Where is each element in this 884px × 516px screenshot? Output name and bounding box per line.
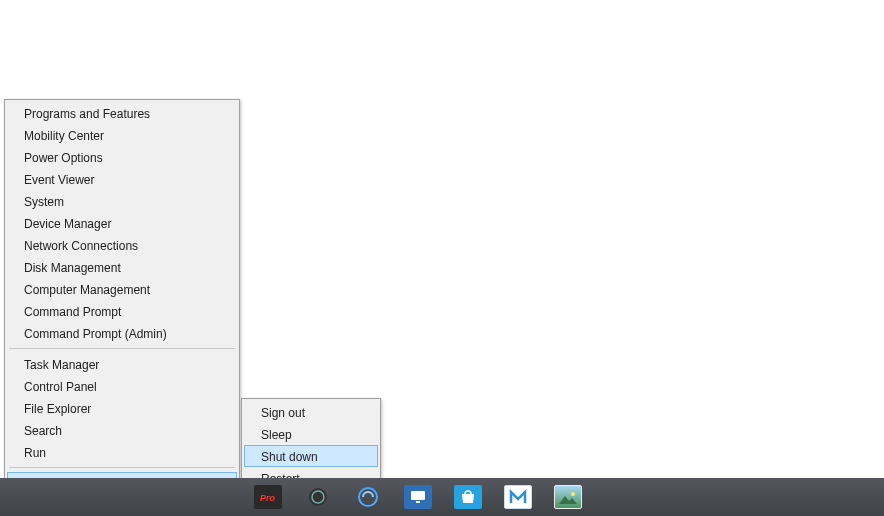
svg-point-3 [359, 488, 377, 506]
circle-app-icon [354, 485, 382, 509]
svg-point-6 [571, 492, 575, 496]
mi-run[interactable]: Run [7, 441, 237, 463]
svg-rect-4 [411, 491, 425, 500]
mi-task-manager[interactable]: Task Manager [7, 353, 237, 375]
mi-file-explorer[interactable]: File Explorer [7, 397, 237, 419]
mi-power-options[interactable]: Power Options [7, 146, 237, 168]
taskbar-app-5[interactable] [444, 480, 492, 514]
mi-network-connections[interactable]: Network Connections [7, 234, 237, 256]
store-icon [454, 485, 482, 509]
photo-app-icon [554, 485, 582, 509]
mi-computer-management[interactable]: Computer Management [7, 278, 237, 300]
menu-separator [9, 467, 235, 468]
svg-text:Pro: Pro [260, 493, 276, 503]
monitor-app-icon [404, 485, 432, 509]
taskbar: Pro [0, 478, 884, 516]
mi-system[interactable]: System [7, 190, 237, 212]
mi-shut-down[interactable]: Shut down [244, 445, 378, 467]
mi-programs-and-features[interactable]: Programs and Features [7, 102, 237, 124]
mi-command-prompt[interactable]: Command Prompt [7, 300, 237, 322]
maxthon-icon [504, 485, 532, 509]
mi-disk-management[interactable]: Disk Management [7, 256, 237, 278]
mi-control-panel[interactable]: Control Panel [7, 375, 237, 397]
taskbar-app-2[interactable] [294, 480, 342, 514]
taskbar-app-4[interactable] [394, 480, 442, 514]
mi-sleep[interactable]: Sleep [244, 423, 378, 445]
taskbar-app-7[interactable] [544, 480, 592, 514]
winx-menu: Programs and Features Mobility Center Po… [4, 99, 240, 516]
taskbar-app-1[interactable]: Pro [244, 480, 292, 514]
app-1-red-icon: Pro [254, 485, 282, 509]
menu-separator [9, 348, 235, 349]
mi-event-viewer[interactable]: Event Viewer [7, 168, 237, 190]
taskbar-app-3[interactable] [344, 480, 392, 514]
mi-device-manager[interactable]: Device Manager [7, 212, 237, 234]
mi-mobility-center[interactable]: Mobility Center [7, 124, 237, 146]
mi-search[interactable]: Search [7, 419, 237, 441]
mi-sign-out[interactable]: Sign out [244, 401, 378, 423]
taskbar-app-6[interactable] [494, 480, 542, 514]
browser-icon [304, 485, 332, 509]
mi-command-prompt-admin[interactable]: Command Prompt (Admin) [7, 322, 237, 344]
svg-rect-5 [416, 501, 420, 503]
